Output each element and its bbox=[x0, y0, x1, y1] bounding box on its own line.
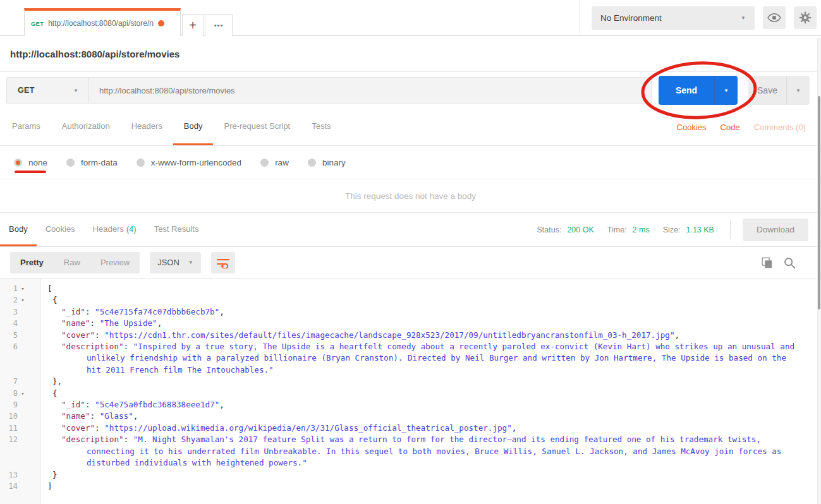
response-body-viewer[interactable]: 1▾[2▾{3"_id": "5c4e715fa74c07dbbb6ecb7b"… bbox=[0, 279, 821, 504]
new-tab-button[interactable]: + bbox=[182, 14, 204, 36]
tab-response-body[interactable]: Body bbox=[0, 213, 37, 246]
body-type-raw[interactable]: raw bbox=[260, 158, 289, 167]
method-dropdown[interactable]: GET ▼ bbox=[6, 77, 88, 104]
code-line: 5"cover": "https://cdn1.thr.com/sites/de… bbox=[0, 330, 821, 341]
code-text: { bbox=[47, 294, 821, 306]
line-number: 2 bbox=[0, 294, 18, 306]
body-type-binary[interactable]: binary bbox=[308, 158, 346, 167]
request-title-row: http://localhost:8080/api/store/movies bbox=[0, 36, 821, 72]
time-label: Time: bbox=[607, 225, 627, 234]
tab-params[interactable]: Params bbox=[1, 109, 51, 145]
download-button[interactable]: Download bbox=[743, 219, 808, 241]
body-type-x-www-form-urlencoded[interactable]: x-www-form-urlencoded bbox=[137, 158, 241, 167]
scrollbar-thumb[interactable] bbox=[818, 96, 820, 309]
chevron-down-icon: ▼ bbox=[724, 88, 729, 93]
tab-tests[interactable]: Tests bbox=[301, 109, 341, 145]
url-input[interactable] bbox=[88, 77, 652, 104]
code-text: ] bbox=[47, 481, 821, 492]
code-line: 12"description": "M. Night Shyamalan's 2… bbox=[0, 434, 821, 469]
fold-spacer bbox=[18, 481, 28, 492]
headers-count-badge: (4) bbox=[126, 224, 137, 234]
fold-caret-icon[interactable]: ▾ bbox=[18, 388, 28, 399]
line-number: 1 bbox=[0, 283, 18, 294]
fold-caret-icon[interactable]: ▾ bbox=[18, 283, 28, 294]
request-tab[interactable]: GET http://localhost:8080/api/store/n bbox=[24, 8, 181, 36]
code-link[interactable]: Code bbox=[721, 123, 740, 132]
postman-app: GET http://localhost:8080/api/store/n + … bbox=[0, 0, 821, 504]
fold-spacer bbox=[18, 434, 28, 469]
view-pretty[interactable]: Pretty bbox=[10, 258, 54, 267]
line-gutter: 8▾ bbox=[0, 388, 41, 399]
response-tabs: Body Cookies Headers (4) Test Results bbox=[0, 213, 207, 246]
language-dropdown[interactable]: JSON ▼ bbox=[150, 252, 201, 273]
eye-icon bbox=[767, 13, 781, 23]
line-number: 3 bbox=[0, 306, 18, 318]
line-gutter: 2▾ bbox=[0, 294, 41, 306]
environment-selector[interactable]: No Environment ▼ bbox=[592, 6, 755, 30]
line-number: 7 bbox=[0, 376, 18, 387]
request-bar: GET ▼ Send ▼ Save ▼ bbox=[0, 72, 821, 109]
gear-icon bbox=[799, 11, 812, 24]
line-gutter: 9 bbox=[0, 399, 41, 411]
code-line: 7}, bbox=[0, 376, 821, 387]
save-button[interactable]: Save bbox=[748, 76, 786, 105]
method-label: GET bbox=[18, 86, 35, 95]
body-type-row: none form-data x-www-form-urlencoded raw… bbox=[0, 146, 821, 179]
save-options-button[interactable]: ▼ bbox=[786, 76, 810, 105]
view-preview[interactable]: Preview bbox=[90, 258, 140, 267]
tab-pre-request-script[interactable]: Pre-request Script bbox=[213, 109, 301, 145]
copy-button[interactable] bbox=[760, 256, 773, 269]
environment-zone: No Environment ▼ bbox=[580, 0, 821, 35]
code-line: 10"name": "Glass", bbox=[0, 411, 821, 422]
line-number: 9 bbox=[0, 399, 18, 411]
request-links: Cookies Code Comments (0) bbox=[677, 109, 821, 145]
code-editor: 1▾[2▾{3"_id": "5c4e715fa74c07dbbb6ecb7b"… bbox=[0, 283, 821, 492]
view-mode-switch: Pretty Raw Preview bbox=[10, 252, 140, 273]
fold-spacer bbox=[18, 306, 28, 318]
line-number: 13 bbox=[0, 469, 18, 481]
comments-link[interactable]: Comments (0) bbox=[754, 123, 806, 132]
search-button[interactable] bbox=[783, 256, 796, 269]
tab-response-headers[interactable]: Headers (4) bbox=[84, 213, 145, 246]
body-type-none[interactable]: none bbox=[14, 158, 47, 167]
tab-test-results[interactable]: Test Results bbox=[145, 213, 208, 246]
code-line: 11"cover": "https://upload.wikimedia.org… bbox=[0, 423, 821, 434]
status-label: Status: bbox=[537, 225, 561, 234]
tab-response-cookies[interactable]: Cookies bbox=[37, 213, 84, 246]
code-text: "name": "The Upside", bbox=[47, 318, 821, 329]
code-line: 3"_id": "5c4e715fa74c07dbbb6ecb7b", bbox=[0, 306, 821, 318]
tab-headers[interactable]: Headers bbox=[121, 109, 173, 145]
fold-spacer bbox=[18, 423, 28, 434]
send-button[interactable]: Send bbox=[659, 76, 714, 105]
divider bbox=[730, 221, 731, 239]
wrap-lines-button[interactable] bbox=[211, 252, 235, 273]
code-line: 8▾{ bbox=[0, 388, 821, 399]
radio-icon bbox=[260, 159, 269, 167]
view-raw[interactable]: Raw bbox=[54, 258, 90, 267]
code-text: "description": "Inspired by a true story… bbox=[47, 341, 821, 376]
settings-button[interactable] bbox=[794, 6, 817, 29]
more-tabs-button[interactable]: ••• bbox=[205, 14, 233, 36]
empty-body-message: This request does not have a body bbox=[345, 191, 476, 201]
get-annotation-underline bbox=[15, 171, 46, 173]
environment-quicklook-button[interactable] bbox=[763, 6, 786, 29]
chevron-down-icon: ▼ bbox=[796, 88, 801, 93]
body-type-form-data[interactable]: form-data bbox=[66, 158, 118, 167]
line-gutter: 11 bbox=[0, 423, 41, 434]
line-number: 8 bbox=[0, 388, 18, 399]
fold-spacer bbox=[18, 330, 28, 341]
empty-body-row: This request does not have a body bbox=[0, 179, 821, 213]
fold-caret-icon[interactable]: ▾ bbox=[18, 294, 28, 306]
response-header: Body Cookies Headers (4) Test Results St… bbox=[0, 213, 821, 247]
unsaved-dot-icon bbox=[158, 20, 164, 27]
code-line: 1▾[ bbox=[0, 283, 821, 294]
line-gutter: 5 bbox=[0, 330, 41, 341]
line-gutter: 4 bbox=[0, 318, 41, 329]
code-line: 2▾{ bbox=[0, 294, 821, 306]
send-options-button[interactable]: ▼ bbox=[714, 76, 738, 105]
request-tabs-row: Params Authorization Headers Body Pre-re… bbox=[0, 109, 821, 146]
tab-authorization[interactable]: Authorization bbox=[51, 109, 121, 145]
cookies-link[interactable]: Cookies bbox=[677, 123, 707, 132]
response-meta: Status: 200 OK Time: 2 ms Size: 1.13 KB … bbox=[537, 213, 821, 246]
tab-body[interactable]: Body bbox=[173, 109, 214, 145]
